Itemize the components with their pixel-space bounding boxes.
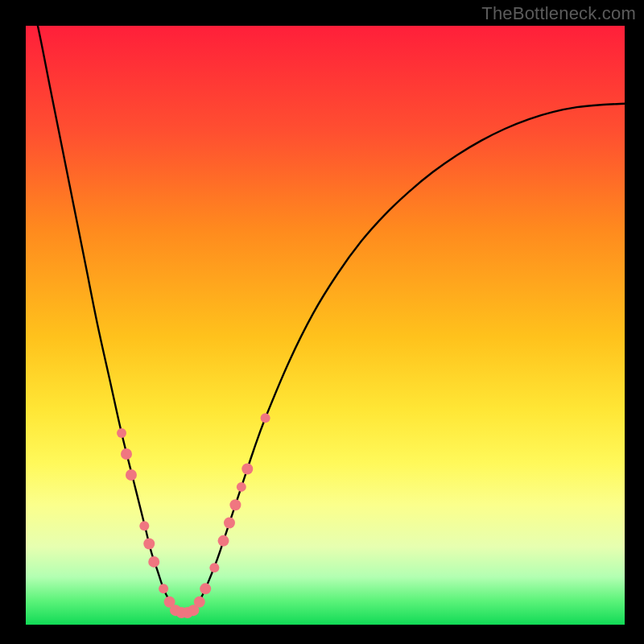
curve-marker	[242, 464, 253, 475]
curve-marker	[148, 556, 159, 568]
curve-marker	[200, 583, 211, 594]
curve-marker	[224, 518, 235, 529]
curve-marker	[143, 539, 155, 550]
curve-marker	[159, 584, 168, 593]
curve-marker	[126, 469, 137, 481]
curve-marker	[117, 428, 126, 438]
plot-area	[26, 26, 625, 625]
curve-marker	[121, 448, 132, 460]
curve-marker	[218, 535, 229, 547]
curve-markers	[117, 413, 270, 618]
chart-stage: TheBottleneck.com	[0, 0, 644, 644]
curve-marker	[139, 521, 149, 530]
curve-marker	[237, 482, 246, 492]
curve-marker	[261, 413, 270, 423]
bottleneck-curve	[26, 26, 625, 613]
curve-marker	[194, 597, 205, 608]
plot-svg	[26, 26, 625, 625]
curve-marker	[229, 499, 241, 510]
curve-marker	[209, 563, 219, 572]
watermark-text: TheBottleneck.com	[481, 3, 636, 24]
